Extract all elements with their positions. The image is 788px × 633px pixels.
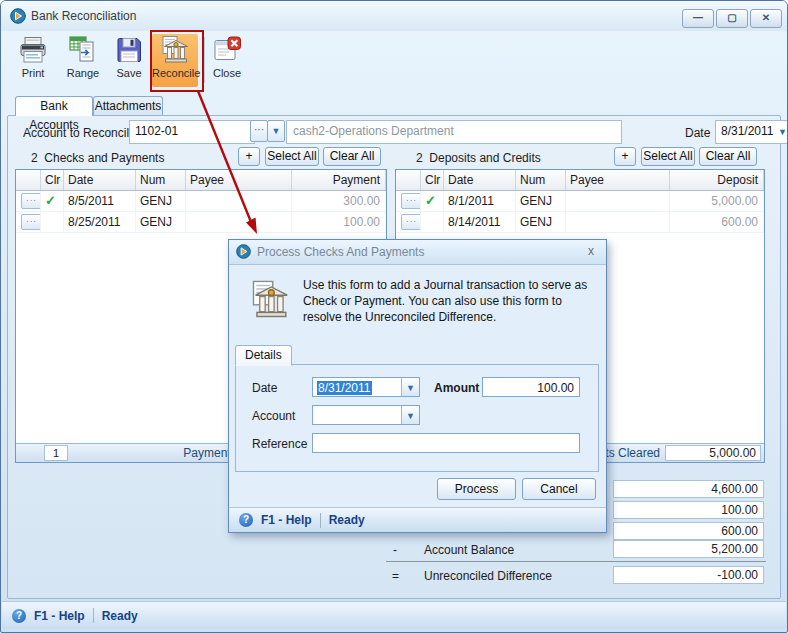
toolbar-label: Save: [116, 67, 141, 79]
title-bar: Bank Reconciliation — ▢ ✕: [1, 1, 787, 31]
account-input[interactable]: 1102-01: [129, 120, 255, 144]
help-icon: ?: [239, 513, 253, 527]
deposits-section-title: 2 Deposits and Credits: [416, 151, 541, 165]
help-icon: ?: [12, 609, 26, 623]
col-payee: Payee: [566, 170, 670, 190]
account-balance-value: 5,200.00: [613, 540, 764, 558]
tab-attachments[interactable]: Attachments: [93, 96, 163, 116]
print-button[interactable]: Print: [11, 34, 55, 87]
bank-journal-icon: [247, 278, 293, 326]
col-payment: Payment: [292, 170, 386, 190]
row-options-button[interactable]: ···: [401, 193, 421, 209]
toolbar-label: Print: [22, 67, 45, 79]
app-icon: [236, 244, 251, 263]
checks-select-all-button[interactable]: Select All: [265, 147, 319, 166]
account-description-field: cash2-Operations Department: [286, 120, 622, 144]
minimize-button[interactable]: —: [682, 9, 714, 28]
toolbar-label: Close: [213, 67, 241, 79]
col-clr: Clr: [41, 170, 64, 190]
close-window-icon: [207, 34, 247, 66]
status-separator: [93, 608, 94, 623]
save-floppy-icon: [109, 34, 149, 66]
table-row[interactable]: ··· 8/14/2011 GENJ 600.00: [396, 212, 764, 233]
range-button[interactable]: Range: [61, 34, 105, 87]
range-icon: [61, 34, 105, 66]
account-balance-label: Account Balance: [424, 543, 514, 557]
col-selector: [16, 170, 41, 190]
table-row[interactable]: ··· ✓ 8/1/2011 GENJ 5,000.00: [396, 191, 764, 212]
row-options-button[interactable]: ···: [401, 214, 421, 230]
chevron-down-icon: ▼: [272, 126, 281, 136]
summary-value-box: 600.00: [613, 522, 764, 540]
maximize-button[interactable]: ▢: [716, 9, 748, 28]
chevron-down-icon[interactable]: ▼: [401, 406, 419, 424]
dialog-date-label: Date: [252, 381, 277, 395]
ready-status-label: Ready: [102, 609, 138, 623]
row-options-button[interactable]: ···: [21, 214, 41, 230]
toolbar-label: Range: [67, 67, 99, 79]
col-date: Date: [444, 170, 516, 190]
dialog-title-bar: Process Checks And Payments x: [229, 240, 606, 265]
dialog-account-select[interactable]: ▼: [312, 405, 420, 425]
col-date: Date: [64, 170, 136, 190]
summary-value-box: 4,600.00: [613, 480, 764, 498]
account-lookup-button[interactable]: ···: [250, 120, 268, 142]
dialog-reference-label: Reference: [252, 437, 307, 451]
table-row[interactable]: ··· 8/25/2011 GENJ 100.00: [16, 212, 386, 233]
date-label: Date: [685, 126, 710, 140]
dialog-status-bar: ? F1 - Help Ready: [229, 507, 606, 532]
dialog-ready-status-label: Ready: [329, 513, 365, 527]
checks-clear-all-button[interactable]: Clear All: [323, 147, 381, 166]
dialog-title: Process Checks And Payments: [257, 245, 424, 259]
add-deposit-button[interactable]: +: [614, 147, 636, 166]
app-icon: [10, 8, 26, 28]
date-picker[interactable]: 8/31/2011 ▼: [715, 120, 788, 144]
deposits-select-all-button[interactable]: Select All: [641, 147, 695, 166]
dialog-close-icon[interactable]: x: [584, 244, 598, 258]
chevron-down-icon[interactable]: ▼: [401, 378, 419, 396]
col-num: Num: [516, 170, 566, 190]
dialog-amount-input[interactable]: 100.00: [482, 377, 580, 397]
toolbar-separator: [204, 37, 205, 83]
status-bar: ? F1 - Help Ready: [2, 601, 786, 629]
dialog-account-label: Account: [252, 409, 295, 423]
close-form-button[interactable]: Close: [207, 34, 247, 87]
dialog-reference-input[interactable]: [312, 433, 580, 453]
summary-divider: [386, 561, 766, 562]
close-button[interactable]: ✕: [750, 9, 782, 28]
account-dropdown-button[interactable]: ▼: [267, 120, 285, 142]
tab-details[interactable]: Details: [235, 345, 292, 366]
cleared-check-icon[interactable]: ✓: [45, 193, 56, 208]
deposits-table-header: Clr Date Num Payee Deposit: [396, 170, 764, 191]
process-checks-dialog: Process Checks And Payments x Use this f…: [228, 239, 607, 533]
col-payee: Payee: [186, 170, 292, 190]
save-button[interactable]: Save: [109, 34, 149, 87]
selected-date-text: 8/31/2011: [317, 381, 372, 395]
minus-operator: -: [393, 543, 397, 557]
help-status-label: F1 - Help: [34, 609, 85, 623]
process-button[interactable]: Process: [437, 478, 516, 500]
unreconciled-difference-label: Unreconciled Difference: [424, 569, 552, 583]
bank-reconciliation-window: Bank Reconciliation — ▢ ✕ Print: [0, 0, 788, 633]
cleared-check-icon[interactable]: ✓: [425, 193, 436, 208]
dialog-description: Use this form to add a Journal transacti…: [303, 277, 603, 325]
page-number-box[interactable]: 1: [44, 445, 68, 461]
col-deposit: Deposit: [670, 170, 764, 190]
dialog-amount-label: Amount: [434, 381, 479, 395]
status-separator: [320, 513, 321, 528]
deposits-cleared-value: 5,000.00: [665, 445, 761, 461]
deposits-clear-all-button[interactable]: Clear All: [699, 147, 757, 166]
unreconciled-difference-value: -100.00: [613, 566, 764, 584]
dialog-date-picker[interactable]: 8/31/2011 ▼: [312, 377, 420, 397]
reconcile-highlight-box: [150, 30, 204, 92]
printer-icon: [11, 34, 55, 66]
cancel-button[interactable]: Cancel: [522, 478, 596, 500]
tab-bank-accounts[interactable]: Bank Accounts: [15, 96, 93, 116]
table-row[interactable]: ··· ✓ 8/5/2011 GENJ 300.00: [16, 191, 386, 212]
col-clr: Clr: [421, 170, 444, 190]
checks-section-title: 2 Checks and Payments: [31, 151, 164, 165]
col-num: Num: [136, 170, 186, 190]
row-options-button[interactable]: ···: [21, 193, 41, 209]
chevron-down-icon[interactable]: ▼: [778, 124, 787, 138]
add-check-button[interactable]: +: [238, 147, 260, 166]
